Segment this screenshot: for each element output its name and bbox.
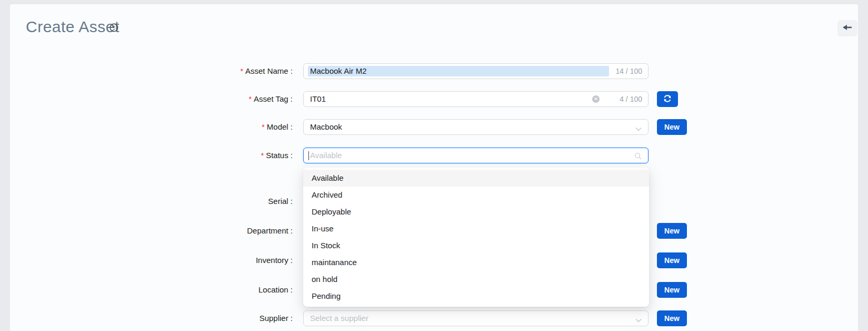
status-label: *Status : <box>115 148 293 163</box>
search-icon <box>634 152 642 162</box>
asset-name-value: Macbook Air M2 <box>310 64 367 79</box>
asset-name-char-counter: 14 / 100 <box>615 64 642 79</box>
arrow-left-icon <box>843 24 852 33</box>
required-asterisk: * <box>261 151 264 160</box>
status-option-on-hold[interactable]: on hold <box>303 271 649 288</box>
location-label: Location : <box>115 282 293 298</box>
asset-tag-input[interactable]: IT01 ✕ 4 / 100 <box>303 91 648 107</box>
info-icon[interactable] <box>109 23 118 32</box>
status-option-archived[interactable]: Archived <box>303 187 649 203</box>
asset-tag-char-counter: 4 / 100 <box>620 92 642 106</box>
new-inventory-button[interactable]: New <box>657 252 687 268</box>
supplier-select[interactable]: Select a supplier <box>303 310 648 326</box>
status-placeholder: Available <box>310 148 342 162</box>
back-button[interactable] <box>837 20 857 36</box>
inventory-label: Inventory : <box>115 252 293 268</box>
status-option-pending[interactable]: Pending <box>303 288 649 305</box>
clear-icon[interactable]: ✕ <box>592 95 600 103</box>
asset-tag-label: *Asset Tag : <box>115 91 293 107</box>
model-label: *Model : <box>115 119 293 135</box>
status-select[interactable]: Available <box>303 148 648 163</box>
status-option-maintanance[interactable]: maintanance <box>303 254 649 271</box>
new-supplier-button[interactable]: New <box>657 310 687 326</box>
new-location-button[interactable]: New <box>657 282 687 298</box>
create-asset-card: Create Asset *Asset Name : Macbook Air M… <box>10 4 858 331</box>
status-option-in-stock[interactable]: In Stock <box>303 237 649 254</box>
department-label: Department : <box>115 223 293 239</box>
required-asterisk: * <box>262 123 264 131</box>
chevron-down-icon <box>635 124 642 134</box>
new-model-button[interactable]: New <box>657 119 687 135</box>
supplier-placeholder: Select a supplier <box>310 311 368 325</box>
text-cursor <box>308 151 309 160</box>
refresh-icon <box>663 94 672 104</box>
generate-tag-button[interactable] <box>657 91 678 107</box>
chevron-down-icon <box>635 316 642 325</box>
status-option-available[interactable]: Available <box>303 170 649 187</box>
page-title: Create Asset <box>26 18 119 36</box>
asset-tag-value: IT01 <box>310 92 326 106</box>
status-option-in-use[interactable]: In-use <box>303 220 649 237</box>
asset-name-label: *Asset Name : <box>115 63 293 79</box>
new-department-button[interactable]: New <box>657 223 687 239</box>
status-dropdown-panel: Available Archived Deployable In-use In … <box>303 168 649 307</box>
status-option-deployable[interactable]: Deployable <box>303 203 649 220</box>
asset-name-input[interactable]: Macbook Air M2 14 / 100 <box>303 63 648 79</box>
required-asterisk: * <box>249 95 252 103</box>
supplier-label: Supplier : <box>115 310 293 326</box>
serial-label: Serial : <box>115 193 293 209</box>
model-select[interactable]: Macbook <box>303 119 648 135</box>
model-selected-value: Macbook <box>310 120 342 134</box>
required-asterisk: * <box>241 67 243 75</box>
